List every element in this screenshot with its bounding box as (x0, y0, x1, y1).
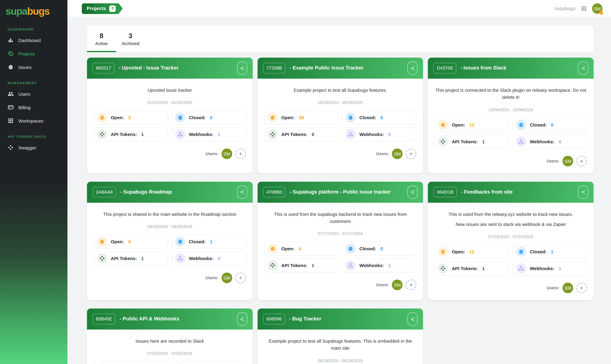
chip-label: Webhooks: (359, 132, 384, 137)
chip-value: 39 (299, 115, 304, 120)
share-button[interactable] (237, 185, 247, 199)
add-user-button[interactable]: + (576, 283, 587, 293)
plus-icon: + (409, 151, 413, 157)
project-code: 4708B0 (263, 187, 285, 197)
add-user-button[interactable]: + (235, 149, 246, 159)
users-label: Users: (376, 283, 389, 287)
project-card-body: Upvoted issue tracker 01/10/2025 - 01/10… (87, 79, 253, 173)
app-logo: supabugs (0, 4, 68, 17)
sidebar: supabugs DASHBOARD Dashboard Projects Is… (0, 0, 68, 364)
project-card: 862017 - Upvoted - Issue Tracker Upvoted… (87, 58, 253, 173)
nav-section-label: API TOKENS DOCS (0, 131, 68, 141)
sidebar-item-swagger[interactable]: Swagger (0, 141, 68, 154)
project-title: - Upvoted - Issue Tracker (117, 65, 178, 71)
share-button[interactable] (237, 312, 247, 325)
share-button[interactable] (578, 185, 588, 199)
project-users-row: Users: SM + (94, 273, 246, 283)
project-description: This project is shared in the main websi… (94, 210, 246, 218)
chip-value: 0 (218, 256, 220, 261)
share-button[interactable] (237, 62, 247, 75)
apps-grid-icon[interactable] (581, 5, 587, 12)
chip-label: Closed: (359, 246, 376, 251)
nav-section: API TOKENS DOCS Swagger (0, 131, 68, 154)
user-avatar-initials: SM (223, 275, 230, 280)
user-avatar-initials: SM (394, 151, 401, 156)
open-bug-icon (438, 247, 448, 257)
nav-item-label: Users (18, 91, 30, 96)
project-description: This is used from the releasy.xyz websit… (435, 210, 587, 228)
project-card-body: Example project to test all Supabugs fea… (258, 79, 423, 173)
open-issues-chip: Open: 6 (94, 235, 168, 248)
chip-label: API Tokens: (281, 132, 307, 137)
chip-value: 1 (141, 256, 144, 261)
project-card-header: 064D1B - Feedbacks from site (428, 182, 594, 203)
project-code: 064D1B (434, 187, 457, 197)
project-dates: 06/26/2024 - 05/26/2025 (264, 358, 416, 363)
chip-value: 0 (388, 132, 391, 137)
chip-label: API Tokens: (111, 132, 137, 137)
share-button[interactable] (407, 185, 418, 199)
user-avatar-initials: SM (564, 285, 571, 290)
project-users-row: Users: SM + (435, 156, 587, 166)
api-tokens-icon (268, 130, 278, 140)
project-description-line: This project is shared in the main websi… (94, 210, 246, 218)
project-description: Issues here are recorded to Slack (94, 338, 246, 345)
project-title: - Supabugs platform - Public issue track… (288, 189, 391, 195)
sidebar-item-billing[interactable]: Billing (0, 101, 68, 114)
chip-value: 1 (141, 132, 144, 137)
project-title-wrap: 606596 - Bug Tracker (263, 314, 404, 324)
project-title: - Bug Tracker (288, 316, 321, 322)
chip-label: Open: (111, 239, 124, 244)
chip-label: Webhooks: (359, 263, 384, 268)
open-issues-chip: Open: 2 (94, 111, 168, 125)
chip-label: Open: (281, 246, 295, 251)
share-button[interactable] (578, 62, 588, 75)
project-stats: Open: 7 Closed: 0 (94, 362, 246, 364)
project-card: 064D1B - Feedbacks from site This is use… (428, 182, 594, 300)
closed-bug-icon (175, 236, 185, 247)
webhook-icon (516, 263, 526, 273)
logo-part-bugs: bugs (27, 5, 49, 17)
open-bug-icon (97, 364, 107, 364)
sidebar-item-issues[interactable]: Issues (0, 60, 68, 74)
user-avatar-initials: SM (223, 151, 230, 156)
tab-archived-projects[interactable]: 3 Archived (116, 26, 145, 52)
project-stats: Open: 13 Closed: 0 API Tokens: 1 Webhook… (435, 118, 587, 148)
share-button[interactable] (407, 312, 418, 325)
sidebar-item-users[interactable]: Users (0, 87, 68, 101)
chip-label: Closed: (530, 122, 547, 127)
project-description: Upvoted issue tracker (94, 87, 246, 94)
webhooks-chip: Webhooks: 1 (172, 128, 246, 141)
chip-value: 1 (388, 263, 391, 268)
add-user-button[interactable]: + (406, 280, 416, 290)
closed-issues-chip: Closed: 0 (172, 362, 246, 364)
projects-grid: 862017 - Upvoted - Issue Tracker Upvoted… (87, 58, 594, 364)
open-issues-chip: Open: 39 (264, 111, 338, 125)
sidebar-item-projects[interactable]: Projects (0, 47, 68, 60)
nav-section: MANAGEMENT Users Billing Workspaces (0, 78, 68, 128)
help-icon[interactable]: ? (109, 5, 116, 12)
project-title-wrap: 862017 - Upvoted - Issue Tracker (93, 63, 233, 74)
tab-active-projects[interactable]: 8 Active (87, 26, 116, 52)
add-user-button[interactable]: + (406, 149, 416, 159)
add-user-button[interactable]: + (576, 156, 587, 166)
page-title-badge[interactable]: Projects ? (82, 3, 119, 14)
chip-label: Closed: (530, 249, 547, 254)
webhooks-chip: Webhooks: 0 (172, 251, 246, 265)
sidebar-item-dashboard[interactable]: Dashboard (0, 34, 68, 47)
project-users-row: Users: SM + (264, 149, 416, 159)
closed-issues-chip: Closed: 1 (513, 245, 587, 259)
chip-label: Webhooks: (189, 256, 214, 261)
project-card: 2A8AA9 - Supabugs Roadmap This project i… (87, 182, 253, 300)
workspace-name: supabugs (554, 6, 576, 11)
share-button[interactable] (407, 62, 418, 75)
project-description: Example project to test all Supabugs fea… (264, 338, 416, 352)
tab-label: Active (95, 41, 108, 46)
plus-icon: + (239, 151, 242, 157)
chip-label: Open: (452, 249, 465, 254)
sidebar-item-workspaces[interactable]: Workspaces (0, 114, 68, 128)
user-menu-avatar[interactable]: SM (592, 3, 602, 14)
chip-value: 0 (210, 115, 213, 120)
add-user-button[interactable]: + (235, 273, 246, 283)
logo-part-supa: supa (5, 5, 27, 17)
